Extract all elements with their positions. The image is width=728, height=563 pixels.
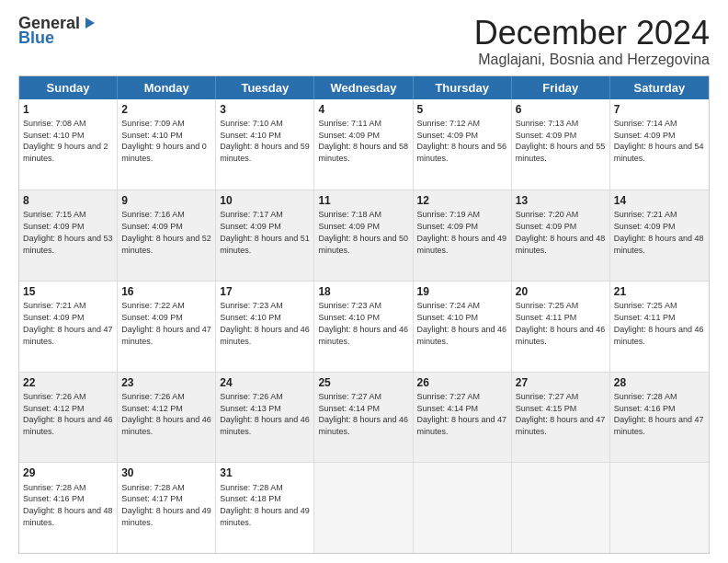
header-sunday: Sunday (19, 76, 118, 99)
day-5: 5 Sunrise: 7:12 AMSunset: 4:09 PMDayligh… (414, 99, 512, 190)
day-18: 18 Sunrise: 7:23 AMSunset: 4:10 PMDaylig… (314, 282, 413, 372)
day-2: 2 Sunrise: 7:09 AMSunset: 4:10 PMDayligh… (118, 99, 216, 190)
header-wednesday: Wednesday (314, 76, 413, 99)
day-22: 22 Sunrise: 7:26 AMSunset: 4:12 PMDaylig… (19, 373, 118, 463)
day-6: 6 Sunrise: 7:13 AMSunset: 4:09 PMDayligh… (512, 99, 610, 190)
header-thursday: Thursday (414, 76, 512, 99)
day-30: 30 Sunrise: 7:28 AMSunset: 4:17 PMDaylig… (118, 463, 216, 553)
day-15: 15 Sunrise: 7:21 AMSunset: 4:09 PMDaylig… (19, 282, 118, 372)
day-19: 19 Sunrise: 7:24 AMSunset: 4:10 PMDaylig… (414, 282, 512, 372)
day-24: 24 Sunrise: 7:26 AMSunset: 4:13 PMDaylig… (216, 373, 314, 463)
day-9: 9 Sunrise: 7:16 AMSunset: 4:09 PMDayligh… (118, 190, 216, 281)
calendar-page: General Blue December 2024 Maglajani, Bo… (0, 0, 728, 563)
location-title: Maglajani, Bosnia and Herzegovina (474, 52, 710, 68)
day-27: 27 Sunrise: 7:27 AMSunset: 4:15 PMDaylig… (512, 373, 610, 463)
logo-blue: Blue (18, 29, 97, 46)
day-empty-3 (512, 463, 610, 553)
week-row-5: 29 Sunrise: 7:28 AMSunset: 4:16 PMDaylig… (19, 462, 709, 553)
week-row-3: 15 Sunrise: 7:21 AMSunset: 4:09 PMDaylig… (19, 281, 709, 372)
logo: General Blue (18, 15, 97, 46)
day-25: 25 Sunrise: 7:27 AMSunset: 4:14 PMDaylig… (314, 373, 413, 463)
day-4: 4 Sunrise: 7:11 AMSunset: 4:09 PMDayligh… (314, 99, 413, 190)
svg-marker-0 (85, 17, 95, 29)
week-row-2: 8 Sunrise: 7:15 AMSunset: 4:09 PMDayligh… (19, 190, 709, 281)
week-row-1: 1 Sunrise: 7:08 AMSunset: 4:10 PMDayligh… (19, 99, 709, 190)
day-12: 12 Sunrise: 7:19 AMSunset: 4:09 PMDaylig… (414, 190, 512, 281)
week-row-4: 22 Sunrise: 7:26 AMSunset: 4:12 PMDaylig… (19, 372, 709, 463)
day-13: 13 Sunrise: 7:20 AMSunset: 4:09 PMDaylig… (512, 190, 610, 281)
header-saturday: Saturday (610, 76, 709, 99)
day-29: 29 Sunrise: 7:28 AMSunset: 4:16 PMDaylig… (19, 463, 118, 553)
day-21: 21 Sunrise: 7:25 AMSunset: 4:11 PMDaylig… (610, 282, 709, 372)
day-31: 31 Sunrise: 7:28 AMSunset: 4:18 PMDaylig… (216, 463, 314, 553)
day-26: 26 Sunrise: 7:27 AMSunset: 4:14 PMDaylig… (414, 373, 512, 463)
day-23: 23 Sunrise: 7:26 AMSunset: 4:12 PMDaylig… (118, 373, 216, 463)
day-10: 10 Sunrise: 7:17 AMSunset: 4:09 PMDaylig… (216, 190, 314, 281)
day-11: 11 Sunrise: 7:18 AMSunset: 4:09 PMDaylig… (314, 190, 413, 281)
header: General Blue December 2024 Maglajani, Bo… (18, 15, 710, 68)
header-monday: Monday (118, 76, 216, 99)
calendar-body: 1 Sunrise: 7:08 AMSunset: 4:10 PMDayligh… (19, 99, 709, 553)
day-17: 17 Sunrise: 7:23 AMSunset: 4:10 PMDaylig… (216, 282, 314, 372)
day-empty-2 (414, 463, 512, 553)
day-3: 3 Sunrise: 7:10 AMSunset: 4:10 PMDayligh… (216, 99, 314, 190)
day-14: 14 Sunrise: 7:21 AMSunset: 4:09 PMDaylig… (610, 190, 709, 281)
day-16: 16 Sunrise: 7:22 AMSunset: 4:09 PMDaylig… (118, 282, 216, 372)
day-20: 20 Sunrise: 7:25 AMSunset: 4:11 PMDaylig… (512, 282, 610, 372)
title-section: December 2024 Maglajani, Bosnia and Herz… (474, 15, 710, 68)
calendar-header: Sunday Monday Tuesday Wednesday Thursday… (19, 76, 709, 99)
day-28: 28 Sunrise: 7:28 AMSunset: 4:16 PMDaylig… (610, 373, 709, 463)
month-title: December 2024 (474, 15, 710, 52)
day-empty-1 (314, 463, 413, 553)
header-tuesday: Tuesday (216, 76, 314, 99)
day-1: 1 Sunrise: 7:08 AMSunset: 4:10 PMDayligh… (19, 99, 118, 190)
day-7: 7 Sunrise: 7:14 AMSunset: 4:09 PMDayligh… (610, 99, 709, 190)
day-8: 8 Sunrise: 7:15 AMSunset: 4:09 PMDayligh… (19, 190, 118, 281)
day-empty-4 (610, 463, 709, 553)
header-friday: Friday (512, 76, 610, 99)
calendar: Sunday Monday Tuesday Wednesday Thursday… (18, 75, 710, 554)
logo-triangle-icon (82, 16, 97, 30)
